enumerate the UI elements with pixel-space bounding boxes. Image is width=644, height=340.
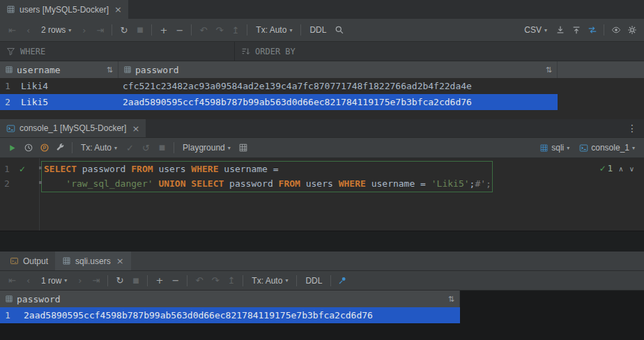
column-label: password <box>135 65 179 75</box>
playground-dropdown[interactable]: Playground ▾ <box>178 143 236 153</box>
schema-label: sqli <box>551 143 564 153</box>
next-result-icon[interactable]: ∨ <box>629 165 634 173</box>
row-number: 1 <box>0 310 20 320</box>
add-row-button[interactable]: + <box>155 22 171 38</box>
where-placeholder: WHERE <box>20 47 45 56</box>
prev-page-button[interactable]: ‹ <box>20 22 36 38</box>
commit-button[interactable]: ✓ <box>122 140 138 155</box>
reload-data-button[interactable]: ↻ <box>112 273 128 288</box>
page-size-dropdown[interactable]: 1 row ▾ <box>36 276 72 286</box>
close-icon[interactable]: × <box>132 124 139 133</box>
prev-page-button[interactable]: ‹ <box>20 273 36 288</box>
sort-updown-icon[interactable]: ⇅ <box>448 295 454 304</box>
row-band[interactable]: 1 Liki4 cfc521c23482ac93a09584ad2e139c4a… <box>0 78 558 94</box>
row-number: 2 <box>0 97 20 107</box>
users-grid-header: username ⇅ password ⇅ <box>0 61 644 78</box>
gear-icon[interactable] <box>624 22 640 38</box>
compare-data-icon[interactable] <box>584 22 600 38</box>
tab-sqli-users[interactable]: sqli.users × <box>55 252 131 270</box>
first-page-button[interactable]: ⇤ <box>4 273 20 288</box>
eye-icon[interactable] <box>608 22 624 38</box>
last-page-button[interactable]: ⇥ <box>92 22 108 38</box>
toolbar-separator <box>296 275 297 286</box>
submit-button[interactable]: ↥ <box>223 273 239 288</box>
page-size-dropdown[interactable]: 2 rows ▾ <box>36 25 76 35</box>
toolbar-separator <box>174 142 174 153</box>
output-layout-icon[interactable] <box>236 140 252 155</box>
tx-mode-dropdown[interactable]: Tx: Auto ▾ <box>76 143 122 153</box>
cell-username[interactable]: Liki5 <box>20 97 118 107</box>
stop-button[interactable]: ■ <box>128 273 144 288</box>
sort-updown-icon[interactable]: ⇅ <box>107 65 113 75</box>
last-page-button[interactable]: ⇥ <box>88 273 104 288</box>
delete-row-button[interactable]: − <box>167 273 183 288</box>
pin-tab-icon[interactable] <box>335 273 351 288</box>
revert-button[interactable]: ↶ <box>191 273 207 288</box>
tab-label: console_1 [MySQL5-Docker] <box>20 123 126 133</box>
import-data-icon[interactable] <box>568 22 584 38</box>
tx-mode-dropdown[interactable]: Tx: Auto ▾ <box>251 25 297 35</box>
next-page-button[interactable]: › <box>72 273 88 288</box>
cell-username[interactable]: Liki4 <box>20 81 118 91</box>
add-row-button[interactable]: + <box>151 273 167 288</box>
sort-updown-icon[interactable]: ⇅ <box>546 65 552 75</box>
sql-code[interactable]: SELECT password FROM users WHERE usernam… <box>44 162 491 191</box>
table-row-selected[interactable]: 2 Liki5 2aad5890595ccf4598b787b99ab563d0… <box>0 94 644 110</box>
sql-line-2[interactable]: 'raw_sql_danger' UNION SELECT password F… <box>44 176 491 191</box>
toolbar-separator <box>187 275 187 286</box>
delete-row-button[interactable]: − <box>171 22 187 38</box>
column-header-password[interactable]: password ⇅ <box>0 291 460 307</box>
grid-empty-space <box>0 110 644 119</box>
column-icon <box>5 295 13 303</box>
next-page-button[interactable]: › <box>76 22 92 38</box>
row-band[interactable]: 1 2aad5890595ccf4598b787b99ab563d0d66ec8… <box>0 307 460 323</box>
stop-button[interactable]: ■ <box>132 22 148 38</box>
table-row-selected[interactable]: 1 2aad5890595ccf4598b787b99ab563d0d66ec8… <box>0 307 644 323</box>
ddl-button[interactable]: DDL <box>300 276 327 286</box>
execute-button[interactable] <box>4 140 20 155</box>
sql-line-1[interactable]: SELECT password FROM users WHERE usernam… <box>44 162 491 176</box>
revert-button[interactable]: ↶ <box>195 22 211 38</box>
table-row[interactable]: 1 Liki4 cfc521c23482ac93a09584ad2e139c4a… <box>0 78 644 94</box>
cell-password[interactable]: cfc521c23482ac93a09584ad2e139c4a7fc87077… <box>118 81 472 91</box>
redo-button[interactable]: ↷ <box>211 22 227 38</box>
first-page-button[interactable]: ⇤ <box>4 22 20 38</box>
cell-password[interactable]: 2aad5890595ccf4598b787b99ab563d0d66ec821… <box>118 97 472 107</box>
query-history-icon[interactable] <box>20 140 36 155</box>
redo-button[interactable]: ↷ <box>207 273 223 288</box>
submit-button[interactable]: ↥ <box>227 22 243 38</box>
tab-label: Output <box>23 256 48 266</box>
chevron-down-icon: ▾ <box>632 145 635 151</box>
export-format-dropdown[interactable]: CSV ▾ <box>519 25 552 35</box>
sql-editor[interactable]: 1 ✓ 2 SELECT password FROM users WHERE u… <box>0 158 644 231</box>
reload-data-button[interactable]: ↻ <box>116 22 132 38</box>
search-icon[interactable] <box>331 22 347 38</box>
row-band[interactable]: 2 Liki5 2aad5890595ccf4598b787b99ab563d0… <box>0 94 558 110</box>
close-icon[interactable]: × <box>116 256 124 265</box>
statement-range-mark <box>39 167 42 169</box>
more-options-icon[interactable]: ⋮ <box>620 119 644 137</box>
cell-password[interactable]: 2aad5890595ccf4598b787b99ab563d0d66ec821… <box>20 310 373 320</box>
prev-result-icon[interactable]: ∧ <box>618 165 623 173</box>
export-data-icon[interactable] <box>552 22 568 38</box>
sql-token: 'raw_sql_danger' <box>66 178 153 189</box>
tab-console-1[interactable]: console_1 [MySQL5-Docker] × <box>0 119 146 137</box>
schema-dropdown[interactable]: sqli ▾ <box>535 143 574 153</box>
column-header-password[interactable]: password ⇅ <box>118 61 558 78</box>
rollback-button[interactable]: ↺ <box>138 140 154 155</box>
order-by-filter-input[interactable]: ORDER BY <box>235 42 302 61</box>
column-header-username[interactable]: username ⇅ <box>0 61 118 78</box>
ddl-button[interactable]: DDL <box>305 25 331 35</box>
tab-label: users [MySQL5-Docker] <box>20 5 109 15</box>
stop-button[interactable]: ■ <box>154 140 170 155</box>
users-grid-body: 1 Liki4 cfc521c23482ac93a09584ad2e139c4a… <box>0 78 644 110</box>
tx-mode-dropdown[interactable]: Tx: Auto ▾ <box>247 276 293 286</box>
console-dropdown[interactable]: console_1 ▾ <box>574 143 640 153</box>
tab-output[interactable]: Output <box>3 252 55 270</box>
tab-users-table[interactable]: users [MySQL5-Docker] × <box>0 0 128 19</box>
where-filter-input[interactable]: WHERE <box>0 42 235 61</box>
parameters-icon[interactable] <box>36 140 52 155</box>
close-icon[interactable]: × <box>114 5 122 14</box>
result-count: 1 <box>608 164 613 173</box>
wrench-icon[interactable] <box>52 140 68 155</box>
